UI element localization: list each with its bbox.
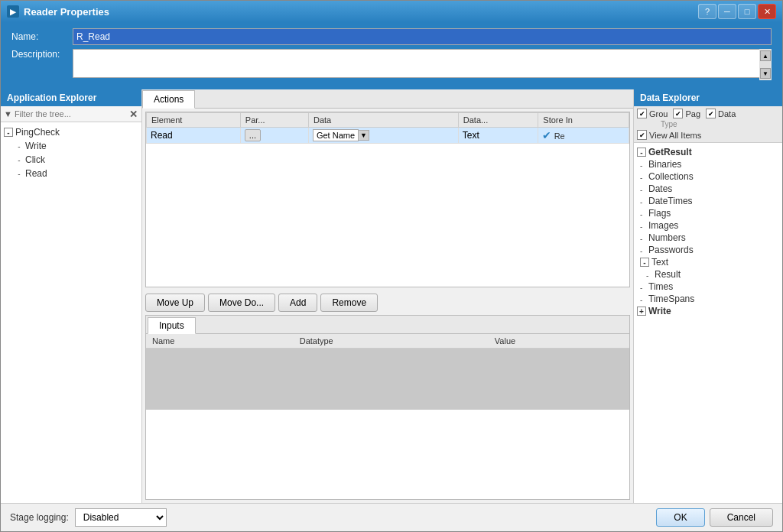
- checkbox-page[interactable]: ✔: [673, 109, 683, 118]
- de-item-passwords[interactable]: - Passwords: [634, 244, 782, 256]
- numbers-bullet: -: [640, 235, 646, 241]
- tree-item-read[interactable]: - Read: [1, 167, 141, 180]
- collections-label: Collections: [648, 171, 694, 182]
- description-scrollbar[interactable]: ▲ ▼: [759, 49, 772, 80]
- description-input[interactable]: [73, 49, 772, 78]
- scroll-up-arrow[interactable]: ▲: [760, 50, 771, 61]
- checkbox-view-all[interactable]: ✔: [637, 130, 647, 140]
- binaries-bullet: -: [640, 161, 646, 167]
- de-item-write[interactable]: + Write: [634, 305, 782, 317]
- write-bullet: -: [16, 143, 22, 149]
- data-dropdown[interactable]: Get Name ▼: [313, 129, 454, 141]
- de-item-timespans[interactable]: - TimeSpans: [634, 293, 782, 305]
- de-type-partial: Type: [661, 120, 677, 128]
- de-tree: - GetResult - Binaries - Collections - D…: [634, 143, 782, 503]
- move-down-button[interactable]: Move Do...: [208, 294, 275, 312]
- de-item-result[interactable]: - Result: [634, 268, 782, 281]
- help-button[interactable]: ?: [698, 4, 716, 19]
- de-item-flags[interactable]: - Flags: [634, 207, 782, 219]
- passwords-bullet: -: [640, 247, 646, 253]
- result-bullet: -: [646, 271, 652, 277]
- footer-buttons: OK Cancel: [656, 508, 773, 527]
- data-dropdown-arrow[interactable]: ▼: [359, 130, 369, 141]
- minimize-button[interactable]: ─: [718, 4, 736, 19]
- cancel-button[interactable]: Cancel: [710, 508, 773, 527]
- app-explorer-header: Application Explorer: [1, 89, 141, 106]
- text-expand[interactable]: -: [640, 258, 649, 267]
- title-bar: ▶ Reader Properties ? ─ □ ✕: [1, 1, 782, 22]
- maximize-button[interactable]: □: [738, 4, 756, 19]
- remove-button[interactable]: Remove: [320, 294, 378, 312]
- binaries-label: Binaries: [648, 159, 681, 170]
- de-item-binaries[interactable]: - Binaries: [634, 158, 782, 170]
- de-item-collections[interactable]: - Collections: [634, 170, 782, 183]
- actions-table-wrap: Element Par... Data Data... Store In Rea…: [145, 112, 630, 287]
- click-bullet: -: [16, 157, 22, 163]
- checkbox-row-2: Type: [637, 120, 779, 128]
- dates-label: Dates: [648, 183, 672, 194]
- add-button[interactable]: Add: [278, 294, 317, 312]
- write-label: Write: [25, 141, 47, 151]
- checkbox-group[interactable]: ✔: [637, 109, 647, 118]
- getresult-label: GetResult: [648, 147, 692, 157]
- de-item-times[interactable]: - Times: [634, 281, 782, 293]
- de-item-datetimes[interactable]: - DateTimes: [634, 195, 782, 207]
- filter-bar: ▼ ✕: [1, 106, 141, 122]
- de-checkboxes: ✔ Grou ✔ Pag ✔ Data Type ✔ View All Item…: [634, 106, 782, 143]
- inputs-col-value: Value: [489, 334, 629, 349]
- right-panel: Data Explorer ✔ Grou ✔ Pag ✔ Data Type ✔…: [633, 89, 782, 503]
- collections-bullet: -: [640, 174, 646, 180]
- actions-table: Element Par... Data Data... Store In Rea…: [146, 112, 629, 144]
- footer: Stage logging: Disabled Enabled Verbose …: [1, 503, 782, 531]
- tree-item-write[interactable]: - Write: [1, 139, 141, 153]
- data-explorer-header: Data Explorer: [634, 89, 782, 106]
- ok-button[interactable]: OK: [656, 508, 704, 527]
- action-store-in: ✔ Re: [538, 128, 629, 144]
- scroll-down-arrow[interactable]: ▼: [760, 68, 771, 79]
- filter-input[interactable]: [15, 109, 128, 118]
- parameter-button[interactable]: ...: [245, 129, 261, 141]
- checkbox-row-3: ✔ View All Items: [637, 130, 779, 140]
- de-item-text[interactable]: - Text: [634, 256, 782, 268]
- action-parameter[interactable]: ...: [240, 128, 308, 144]
- de-item-images[interactable]: - Images: [634, 219, 782, 232]
- de-item-dates[interactable]: - Dates: [634, 183, 782, 195]
- name-input[interactable]: [73, 28, 772, 45]
- close-button[interactable]: ✕: [758, 4, 776, 19]
- text-label: Text: [651, 257, 668, 268]
- de-item-numbers[interactable]: - Numbers: [634, 232, 782, 244]
- action-row[interactable]: Read ... Get Name ▼ Text: [147, 128, 629, 144]
- pingcheck-expand[interactable]: -: [4, 128, 13, 137]
- inputs-col-name: Name: [146, 334, 294, 349]
- inputs-tab-bar: Inputs: [146, 316, 629, 334]
- tree-item-click[interactable]: - Click: [1, 153, 141, 167]
- inputs-body: [146, 349, 629, 410]
- col-element: Element: [147, 113, 241, 128]
- de-item-getresult[interactable]: - GetResult: [634, 146, 782, 158]
- action-data-type: Text: [458, 128, 538, 144]
- tab-inputs[interactable]: Inputs: [148, 317, 196, 334]
- stage-dropdown[interactable]: Disabled Enabled Verbose: [75, 508, 167, 527]
- tree-item-pingcheck[interactable]: - PingCheck: [1, 125, 141, 139]
- stage-label: Stage logging:: [10, 512, 69, 523]
- data-dropdown-value: Get Name: [313, 129, 359, 141]
- name-label: Name:: [11, 31, 73, 42]
- read-bullet: -: [16, 170, 22, 177]
- checkbox-group-label: Grou: [649, 109, 668, 118]
- move-up-button[interactable]: Move Up: [145, 294, 205, 312]
- timespans-label: TimeSpans: [648, 294, 694, 304]
- description-wrap: ▲ ▼: [73, 49, 772, 80]
- footer-left: Stage logging: Disabled Enabled Verbose: [10, 508, 167, 527]
- tab-actions[interactable]: Actions: [142, 90, 195, 109]
- middle-panel: Actions Element Par... Data Data... Stor…: [142, 89, 633, 503]
- getresult-expand[interactable]: -: [637, 148, 646, 157]
- write-expand[interactable]: +: [637, 307, 646, 316]
- description-label: Description:: [11, 49, 73, 60]
- checkbox-data[interactable]: ✔: [706, 109, 716, 118]
- window-icon: ▶: [7, 5, 19, 18]
- main-content: Application Explorer ▼ ✕ - PingCheck - W…: [1, 89, 782, 503]
- action-data: Get Name ▼: [308, 128, 458, 144]
- left-panel: Application Explorer ▼ ✕ - PingCheck - W…: [1, 89, 142, 503]
- datetimes-bullet: -: [640, 198, 646, 204]
- filter-clear-button[interactable]: ✕: [128, 109, 138, 119]
